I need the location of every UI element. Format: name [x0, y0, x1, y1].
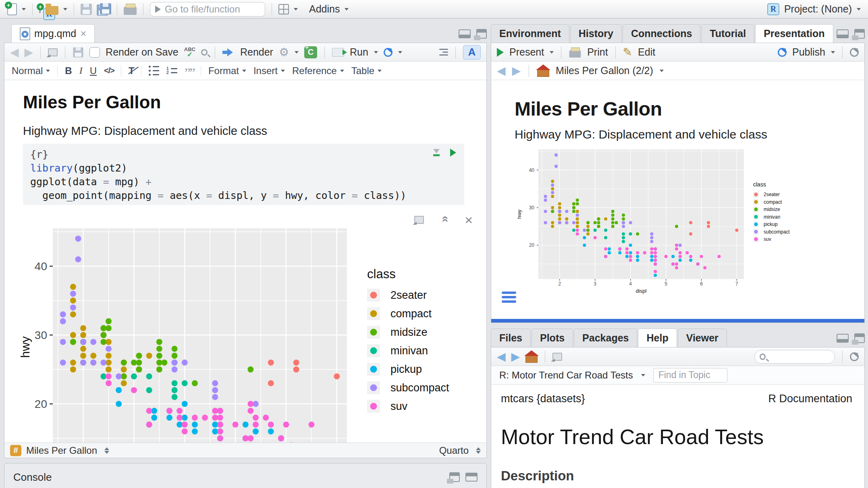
slide-selector-caret-icon[interactable]: [660, 70, 664, 72]
render-icon[interactable]: [222, 48, 235, 56]
minimize-pane-icon[interactable]: [837, 29, 849, 38]
tab-packages[interactable]: Packages: [574, 329, 637, 347]
edit-icon[interactable]: ✎: [623, 45, 632, 59]
table-menu[interactable]: Table: [351, 65, 382, 77]
console-pane-header[interactable]: Console: [4, 463, 487, 488]
rerun-icon[interactable]: [384, 48, 392, 57]
slide-menu-icon[interactable]: [502, 292, 516, 303]
open-file-caret-icon[interactable]: [63, 8, 67, 10]
help-refresh-icon[interactable]: [850, 352, 859, 361]
blockquote-icon[interactable]: ””: [185, 71, 194, 75]
addins-menu[interactable]: Addins: [309, 3, 340, 15]
refresh-icon[interactable]: [850, 48, 859, 57]
help-topic-selector[interactable]: R: Motor Trend Car Road Tests: [499, 370, 633, 381]
section-updown-icon[interactable]: [104, 447, 109, 454]
panes-grid-icon[interactable]: [278, 4, 289, 14]
maximize-pane-icon[interactable]: [476, 29, 487, 39]
tab-tutorial[interactable]: Tutorial: [701, 24, 754, 43]
spellcheck-icon[interactable]: ABC✓: [184, 47, 195, 58]
editor-tab-mpg-qmd[interactable]: mpg.qmd ×: [11, 24, 95, 43]
project-menu[interactable]: Project: (None): [784, 3, 852, 15]
forward-icon[interactable]: ▶: [25, 45, 33, 59]
tab-plots[interactable]: Plots: [532, 329, 573, 347]
collapse-output-icon[interactable]: »: [438, 217, 451, 223]
popout-window-icon[interactable]: [48, 48, 58, 56]
underline-icon[interactable]: U: [90, 65, 97, 77]
clear-output-icon[interactable]: ×: [465, 216, 473, 224]
publish-caret-icon[interactable]: [831, 51, 835, 54]
outline-icon[interactable]: [439, 49, 448, 56]
maximize-pane-icon[interactable]: [854, 29, 865, 39]
gear-icon[interactable]: ⚙: [279, 47, 289, 58]
new-project-button[interactable]: + R: [39, 6, 41, 13]
run-chunk-icon[interactable]: [450, 149, 456, 157]
home-icon[interactable]: [537, 70, 549, 77]
run-icon[interactable]: [332, 48, 344, 57]
find-in-topic-box[interactable]: [653, 368, 727, 383]
new-file-icon[interactable]: +: [7, 3, 17, 15]
mode-updown-icon[interactable]: [476, 447, 481, 454]
bullet-list-icon[interactable]: [149, 66, 159, 76]
tab-history[interactable]: History: [570, 24, 622, 43]
render-options-caret-icon[interactable]: [295, 51, 299, 54]
tab-viewer[interactable]: Viewer: [678, 329, 727, 347]
goto-file-input[interactable]: [165, 4, 260, 15]
project-caret-icon[interactable]: [857, 8, 861, 10]
minimize-pane-icon[interactable]: [837, 334, 849, 343]
render-on-save-checkbox[interactable]: [89, 47, 100, 58]
rerun-caret-icon[interactable]: [398, 51, 402, 54]
visual-mode-icon[interactable]: A: [463, 45, 481, 60]
help-search-box[interactable]: [754, 350, 835, 364]
insert-chunk-icon[interactable]: C: [304, 46, 317, 58]
present-button[interactable]: Present: [509, 46, 544, 58]
run-caret-icon[interactable]: [374, 51, 378, 54]
edit-button[interactable]: Edit: [638, 46, 655, 58]
new-file-caret-icon[interactable]: [22, 8, 26, 10]
help-back-icon[interactable]: ◀: [497, 350, 506, 363]
editor-document[interactable]: Miles Per Gallon Highway MPG: Displaceme…: [4, 80, 486, 443]
code-chunk[interactable]: {r}library(ggplot2)ggplot(data = mpg) + …: [23, 144, 464, 205]
reference-menu[interactable]: Reference: [292, 65, 344, 77]
slide-forward-icon[interactable]: ▶: [512, 64, 521, 77]
slide-selector[interactable]: Miles Per Gallon (2/2): [556, 65, 653, 77]
clear-format-icon[interactable]: T: [129, 65, 135, 77]
present-caret-icon[interactable]: [550, 51, 554, 54]
print-slides-icon[interactable]: [569, 50, 581, 58]
panes-caret-icon[interactable]: [294, 8, 298, 10]
help-forward-icon[interactable]: ▶: [511, 350, 520, 363]
tab-files[interactable]: Files: [491, 329, 531, 347]
console-restore-icon[interactable]: [449, 472, 460, 482]
addins-caret-icon[interactable]: [345, 8, 349, 10]
code-icon[interactable]: </>: [104, 66, 114, 75]
slide-back-icon[interactable]: ◀: [497, 64, 506, 77]
console-maximize-icon[interactable]: [465, 473, 478, 482]
print-icon[interactable]: [124, 7, 137, 15]
find-replace-icon[interactable]: [201, 49, 208, 56]
save-icon[interactable]: [81, 4, 92, 15]
maximize-pane-icon[interactable]: [854, 333, 865, 343]
present-play-icon[interactable]: [497, 48, 504, 57]
save-all-icon[interactable]: [97, 3, 110, 15]
help-home-icon[interactable]: [525, 356, 538, 363]
run-button[interactable]: Run: [350, 46, 368, 58]
help-search-input[interactable]: [770, 352, 830, 362]
format-menu[interactable]: Format: [208, 65, 246, 77]
paragraph-style-select[interactable]: Normal: [12, 65, 50, 77]
save-doc-icon[interactable]: [73, 47, 83, 57]
find-in-topic-input[interactable]: [658, 370, 722, 380]
goto-file-search[interactable]: [150, 2, 265, 17]
italic-icon[interactable]: I: [79, 65, 83, 76]
tab-help[interactable]: Help: [638, 329, 677, 347]
help-popout-icon[interactable]: [552, 353, 562, 361]
run-chunks-above-icon[interactable]: [433, 149, 440, 156]
back-icon[interactable]: ◀: [10, 45, 19, 59]
publish-button[interactable]: Publish: [792, 46, 825, 58]
tab-connections[interactable]: Connections: [623, 24, 700, 43]
render-button[interactable]: Render: [240, 46, 273, 58]
tab-presentation[interactable]: Presentation: [755, 24, 833, 43]
open-file-icon[interactable]: [46, 6, 58, 15]
section-selector[interactable]: Miles Per Gallon: [26, 445, 97, 456]
expand-output-icon[interactable]: [414, 216, 424, 224]
tab-environment[interactable]: Environment: [491, 24, 569, 43]
numbered-list-icon[interactable]: 12: [166, 68, 177, 74]
